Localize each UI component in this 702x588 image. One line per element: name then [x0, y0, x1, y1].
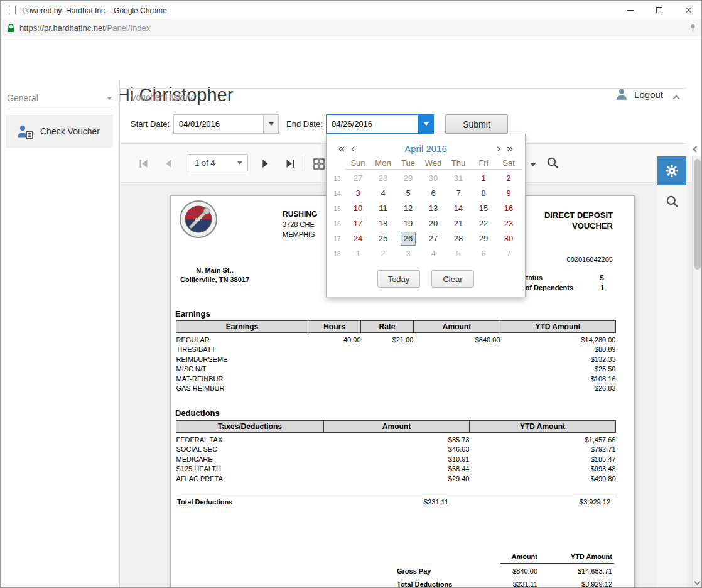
start-date-input[interactable]: 04/01/2016 — [173, 114, 279, 134]
calendar-day[interactable]: 25 — [370, 232, 396, 246]
calendar-day[interactable]: 2 — [496, 172, 521, 185]
calendar-day[interactable]: 27 — [345, 172, 370, 185]
calendar-day[interactable]: 28 — [370, 172, 396, 185]
calendar-day[interactable]: 5 — [446, 247, 471, 261]
chevron-left-icon — [693, 146, 699, 153]
calendar-day[interactable]: 1 — [471, 172, 496, 185]
calendar-day[interactable]: 1 — [345, 247, 370, 261]
deductions-total-amount: $231.11 — [424, 498, 448, 506]
next-month-button[interactable]: › — [494, 143, 504, 154]
earnings-table-header: Earnings Hours Rate Amount YTD Amount — [176, 321, 616, 333]
calendar-month-title[interactable]: April 2016 — [358, 143, 494, 154]
window-titlebar: Powered by: Hardhat Inc. - Google Chrome — [1, 1, 701, 19]
close-button[interactable] — [674, 1, 702, 19]
calendar-day[interactable]: 6 — [471, 247, 496, 261]
calendar-day[interactable]: 9 — [496, 187, 521, 200]
last-page-button[interactable] — [282, 155, 298, 172]
panel-collapse-button[interactable] — [674, 96, 679, 101]
previous-month-button[interactable]: ‹ — [348, 143, 358, 154]
vertical-scrollbar[interactable] — [692, 156, 702, 587]
previous-page-button[interactable] — [160, 155, 176, 172]
search-tab-button[interactable] — [657, 187, 686, 215]
calendar-day[interactable]: 26 — [396, 232, 421, 246]
calendar-week-row: 1617181920212223 — [329, 216, 522, 231]
clear-button[interactable]: Clear — [431, 270, 474, 288]
calendar-day[interactable]: 18 — [370, 217, 396, 231]
calendar-day[interactable]: 16 — [496, 202, 521, 215]
scrollbar-thumb[interactable] — [694, 159, 701, 270]
calendar-day-header: Sun — [345, 158, 370, 168]
start-date-dropdown-button[interactable] — [263, 115, 278, 133]
next-year-button[interactable]: » — [504, 143, 516, 154]
calendar-day[interactable]: 23 — [496, 217, 521, 231]
summary-gross-pay-label: Gross Pay — [397, 567, 431, 575]
page-selector[interactable]: 1 of 4 — [188, 154, 248, 172]
scrollbar-down-button[interactable] — [695, 580, 699, 584]
calendar-day[interactable]: 6 — [421, 187, 446, 200]
dependents-value: 1 — [600, 284, 604, 294]
pin-icon[interactable] — [689, 24, 697, 32]
calendar-day[interactable]: 14 — [446, 202, 471, 215]
panel-header-voucher-history[interactable]: Voucher History — [120, 88, 686, 106]
calendar-day[interactable]: 3 — [396, 247, 421, 261]
first-page-button[interactable] — [135, 155, 151, 172]
last-page-icon — [284, 158, 296, 170]
end-date-value[interactable]: 04/26/2016 — [327, 115, 418, 133]
calendar-day[interactable]: 21 — [446, 217, 471, 231]
calendar-day[interactable]: 12 — [396, 202, 421, 215]
calendar-day[interactable]: 5 — [396, 187, 421, 200]
maximize-button[interactable] — [645, 1, 674, 19]
submit-button[interactable]: Submit — [445, 114, 508, 134]
calendar-day[interactable]: 31 — [446, 172, 471, 185]
calendar-day[interactable]: 4 — [370, 187, 396, 200]
calendar-day[interactable]: 4 — [421, 247, 446, 261]
chevron-down-icon — [107, 97, 112, 100]
calendar-day[interactable]: 19 — [396, 217, 421, 231]
calendar-day[interactable]: 8 — [471, 187, 496, 200]
document-title-line2: VOUCHER — [544, 220, 613, 231]
calendar-day[interactable]: 24 — [345, 232, 370, 246]
calendar-day[interactable]: 7 — [496, 247, 521, 261]
calendar-day[interactable]: 15 — [471, 202, 496, 215]
address-bar[interactable]: https://pr.hardhatinc.net/Panel/Index — [1, 19, 701, 36]
multipage-icon — [313, 158, 325, 170]
today-button[interactable]: Today — [377, 270, 420, 288]
sidebar: General Check Voucher — [1, 80, 120, 587]
calendar-day[interactable]: 27 — [421, 232, 446, 246]
calendar-day[interactable]: 28 — [446, 232, 471, 246]
calendar-day[interactable]: 7 — [446, 187, 471, 200]
zoom-dropdown-arrow[interactable] — [530, 163, 536, 166]
previous-year-button[interactable]: « — [335, 143, 348, 154]
sidebar-item-check-voucher[interactable]: Check Voucher — [6, 115, 113, 148]
calendar-day[interactable]: 11 — [370, 202, 396, 215]
zoom-tool-button[interactable] — [544, 155, 561, 171]
calendar-day[interactable]: 2 — [370, 247, 396, 261]
calendar-day[interactable]: 30 — [496, 232, 521, 246]
side-panel-expand-button[interactable] — [689, 143, 702, 155]
multipage-view-button[interactable] — [311, 156, 327, 172]
calendar-day[interactable]: 30 — [421, 172, 446, 185]
calendar-week-number: 17 — [329, 236, 345, 242]
next-page-button[interactable] — [257, 155, 273, 172]
window-title: Powered by: Hardhat Inc. - Google Chrome — [22, 6, 167, 15]
calendar-day[interactable]: 29 — [396, 172, 421, 185]
calendar-day[interactable]: 3 — [345, 187, 370, 200]
payee-address-line1: N. Main St.. — [171, 266, 259, 275]
calendar-day[interactable]: 22 — [471, 217, 496, 231]
parameters-tab-button[interactable] — [657, 156, 686, 185]
end-date-dropdown-button[interactable] — [418, 115, 433, 133]
calendar-day[interactable]: 20 — [421, 217, 446, 231]
table-row: GAS REIMBUR$26.83 — [176, 384, 616, 394]
company-address-line2: MEMPHIS — [283, 231, 315, 238]
sidebar-group-general[interactable]: General — [7, 93, 112, 109]
summary-total-deductions-amount: $231.11 — [513, 580, 537, 588]
start-date-value[interactable]: 04/01/2016 — [174, 115, 263, 133]
calendar-day[interactable]: 29 — [471, 232, 496, 246]
calendar-day[interactable]: 13 — [421, 202, 446, 215]
minimize-button[interactable] — [616, 1, 645, 19]
calendar-day-headers: SunMonTueWedThuFriSat — [345, 158, 522, 170]
calendar-day[interactable]: 10 — [345, 202, 370, 215]
calendar-day[interactable]: 17 — [345, 217, 370, 231]
end-date-input[interactable]: 04/26/2016 — [326, 114, 434, 134]
summary-gross-pay-ytd: $14,653.71 — [578, 567, 612, 575]
